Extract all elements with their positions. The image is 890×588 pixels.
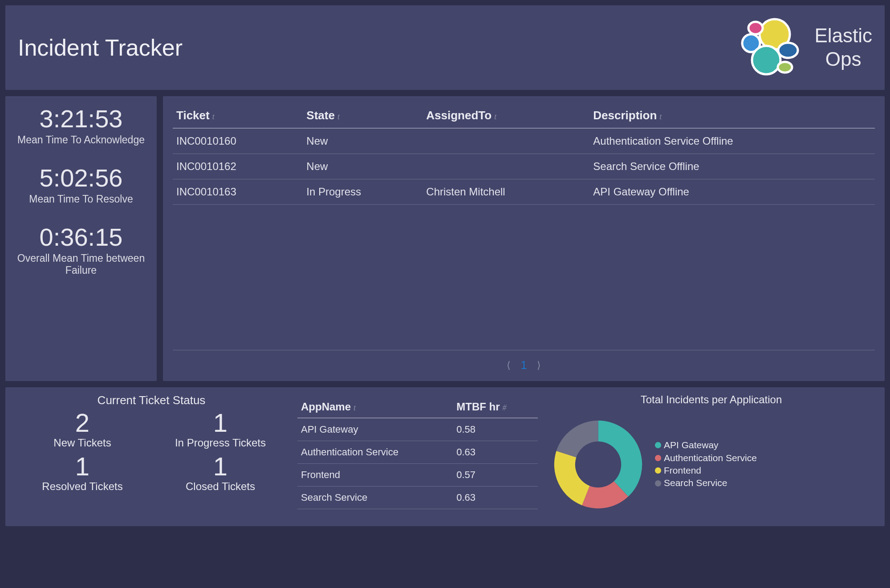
text-type-icon: t <box>354 403 356 412</box>
pager: ⟨ 1 ⟩ <box>173 350 875 374</box>
metric-value: 0:36:15 <box>9 224 153 251</box>
legend-label: Search Service <box>664 477 727 489</box>
cell-app: API Gateway <box>297 418 453 441</box>
svg-point-1 <box>748 22 763 34</box>
swatch-icon <box>655 442 661 448</box>
text-type-icon: t <box>337 112 340 121</box>
svg-point-5 <box>778 62 792 73</box>
cell-desc: API Gateway Offline <box>589 179 875 205</box>
legend-item[interactable]: Frontend <box>655 464 757 477</box>
cell-hr: 0.58 <box>453 418 538 441</box>
table-spacer <box>173 205 875 350</box>
text-type-icon: t <box>212 112 215 121</box>
chart-title: Total Incidents per Application <box>546 393 877 406</box>
tickets-table: Tickett Statet AssignedTot Descriptiont … <box>173 104 875 205</box>
svg-point-6 <box>575 441 621 487</box>
svg-point-3 <box>778 43 798 58</box>
status-value: 1 <box>151 410 289 436</box>
text-type-icon: t <box>659 112 662 121</box>
table-header-row: Tickett Statet AssignedTot Descriptiont <box>173 104 875 128</box>
cell-hr: 0.63 <box>453 441 538 464</box>
legend-item[interactable]: Search Service <box>655 477 757 489</box>
brand-line2: Ops <box>814 48 872 71</box>
legend-item[interactable]: Authentication Service <box>655 452 757 464</box>
metric-label: Mean Time To Acknowledge <box>9 134 153 146</box>
metric-value: 3:21:53 <box>9 106 153 132</box>
col-assigned[interactable]: AssignedTot <box>423 104 589 128</box>
status-title: Current Ticket Status <box>13 393 289 407</box>
cell-app: Search Service <box>297 487 453 509</box>
elastic-logo-icon <box>728 12 804 83</box>
cell-app: Authentication Service <box>297 441 453 464</box>
cell-state: In Progress <box>303 179 423 205</box>
table-row[interactable]: INC0010162 New Search Service Offline <box>173 154 875 179</box>
metric-mttr: 5:02:56 Mean Time To Resolve <box>9 165 153 205</box>
cell-ticket: INC0010162 <box>173 154 303 179</box>
status-label: In Progress Tickets <box>151 437 289 449</box>
chart-block: Total Incidents per Application API Gate… <box>546 393 877 520</box>
cell-desc: Authentication Service Offline <box>589 128 875 154</box>
metric-mtbf: 0:36:15 Overall Mean Time between Failur… <box>9 224 153 276</box>
cell-state: New <box>303 154 423 179</box>
mtbf-table: AppNamet MTBF hr# API Gateway0.58 Authen… <box>297 396 538 509</box>
svg-point-4 <box>752 46 780 74</box>
cell-assigned <box>423 128 589 154</box>
pager-prev-icon[interactable]: ⟨ <box>507 360 511 371</box>
metric-label: Mean Time To Resolve <box>9 193 153 205</box>
status-label: New Tickets <box>13 437 151 449</box>
col-appname[interactable]: AppNamet <box>297 396 453 418</box>
col-mtbf[interactable]: MTBF hr# <box>453 396 538 418</box>
col-description[interactable]: Descriptiont <box>589 104 875 128</box>
cell-hr: 0.57 <box>453 464 538 487</box>
legend-label: Frontend <box>664 464 701 477</box>
table-header-row: AppNamet MTBF hr# <box>297 396 538 418</box>
status-value: 2 <box>13 410 151 436</box>
brand-text: Elastic Ops <box>814 24 872 71</box>
legend-label: API Gateway <box>664 439 719 451</box>
status-value: 1 <box>151 454 289 479</box>
table-row[interactable]: API Gateway0.58 <box>297 418 538 441</box>
status-block: Current Ticket Status 2 New Tickets 1 In… <box>13 393 289 520</box>
legend-item[interactable]: API Gateway <box>655 439 757 451</box>
metric-mtta: 3:21:53 Mean Time To Acknowledge <box>9 106 153 146</box>
chart-legend: API Gateway Authentication Service Front… <box>655 439 757 489</box>
status-label: Closed Tickets <box>151 480 289 493</box>
table-row[interactable]: Frontend0.57 <box>297 464 538 487</box>
status-closed: 1 Closed Tickets <box>151 454 289 493</box>
pager-next-icon[interactable]: ⟩ <box>537 360 541 371</box>
cell-ticket: INC0010163 <box>173 179 303 205</box>
brand: Elastic Ops <box>728 12 872 83</box>
status-value: 1 <box>13 454 151 479</box>
number-type-icon: # <box>503 403 507 412</box>
cell-desc: Search Service Offline <box>589 154 875 179</box>
status-label: Resolved Tickets <box>13 480 151 493</box>
table-row[interactable]: Authentication Service0.63 <box>297 441 538 464</box>
col-state[interactable]: Statet <box>303 104 423 128</box>
tickets-panel: Tickett Statet AssignedTot Descriptiont … <box>163 96 885 381</box>
metrics-panel: 3:21:53 Mean Time To Acknowledge 5:02:56… <box>5 96 157 381</box>
swatch-icon <box>655 455 661 461</box>
bottom-panel: Current Ticket Status 2 New Tickets 1 In… <box>5 387 885 526</box>
status-new: 2 New Tickets <box>13 410 151 449</box>
swatch-icon <box>655 467 661 474</box>
col-ticket[interactable]: Tickett <box>173 104 303 128</box>
swatch-icon <box>655 480 661 487</box>
donut-chart-icon[interactable] <box>546 412 650 517</box>
cell-hr: 0.63 <box>453 487 538 509</box>
table-row[interactable]: INC0010163 In Progress Christen Mitchell… <box>173 179 875 205</box>
legend-label: Authentication Service <box>664 452 757 464</box>
table-row[interactable]: Search Service0.63 <box>297 487 538 509</box>
brand-line1: Elastic <box>814 24 872 48</box>
status-resolved: 1 Resolved Tickets <box>13 454 151 493</box>
cell-state: New <box>303 128 423 154</box>
header-panel: Incident Tracker Elastic Ops <box>5 5 885 90</box>
page-title: Incident Tracker <box>18 34 183 61</box>
cell-assigned: Christen Mitchell <box>423 179 589 205</box>
mtbf-block: AppNamet MTBF hr# API Gateway0.58 Authen… <box>297 393 538 520</box>
cell-assigned <box>423 154 589 179</box>
metric-label: Overall Mean Time between Failure <box>9 252 153 276</box>
table-row[interactable]: INC0010160 New Authentication Service Of… <box>173 128 875 154</box>
pager-current[interactable]: 1 <box>520 358 527 372</box>
text-type-icon: t <box>494 112 496 121</box>
cell-ticket: INC0010160 <box>173 128 303 154</box>
